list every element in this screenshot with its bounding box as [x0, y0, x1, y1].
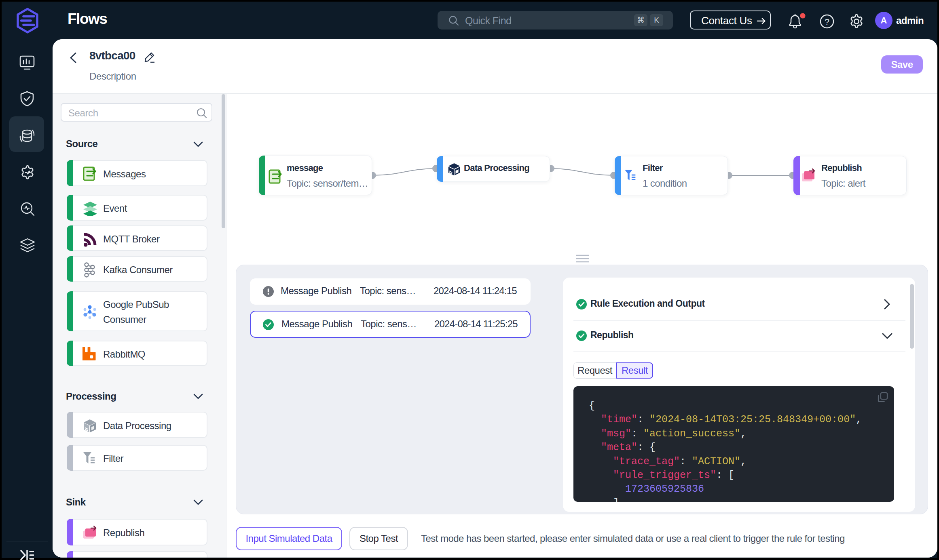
svg-text:?: ? — [825, 17, 829, 26]
